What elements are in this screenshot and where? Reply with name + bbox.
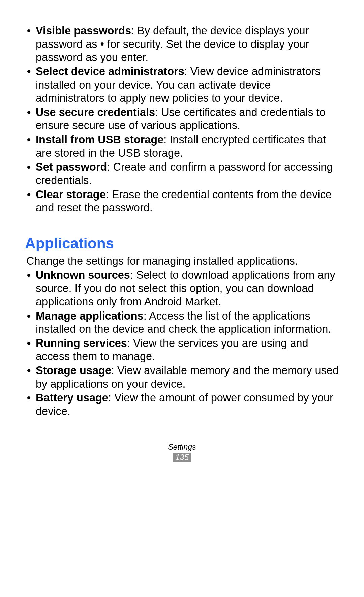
list-item: Select device administrators: View devic… [33, 65, 339, 105]
list-item: Use secure credentials: Use certificates… [33, 106, 339, 132]
item-bold: Install from USB storage [36, 133, 163, 146]
item-bold: Use secure credentials [36, 106, 155, 118]
item-bold: Set password [36, 161, 107, 173]
list-item: Visible passwords: By default, the devic… [33, 24, 339, 64]
page-content: Visible passwords: By default, the devic… [0, 0, 364, 418]
item-bold: Select device administrators [36, 65, 184, 78]
section1-list: Visible passwords: By default, the devic… [25, 24, 339, 215]
footer-label: Settings [0, 443, 364, 452]
item-bold: Unknown sources [36, 269, 130, 281]
page-number: 135 [173, 453, 191, 462]
list-item: Manage applications: Access the list of … [33, 309, 339, 336]
list-item: Running services: View the services you … [33, 337, 339, 363]
list-item: Clear storage: Erase the credential cont… [33, 188, 339, 215]
item-bold: Visible passwords [36, 25, 131, 37]
applications-intro: Change the settings for managing install… [25, 255, 339, 268]
applications-heading: Applications [25, 235, 339, 252]
page-footer: Settings 135 [0, 443, 364, 462]
item-bold: Clear storage [36, 188, 106, 201]
list-item: Battery usage: View the amount of power … [33, 391, 339, 418]
item-bold: Storage usage [36, 364, 111, 377]
list-item: Set password: Create and confirm a passw… [33, 160, 339, 187]
item-bold: Running services [36, 337, 127, 349]
section2-list: Unknown sources: Select to download appl… [25, 269, 339, 418]
list-item: Unknown sources: Select to download appl… [33, 269, 339, 309]
item-bold: Battery usage [36, 392, 108, 404]
list-item: Storage usage: View available memory and… [33, 364, 339, 391]
list-item: Install from USB storage: Install encryp… [33, 133, 339, 160]
item-bold: Manage applications [36, 310, 144, 322]
